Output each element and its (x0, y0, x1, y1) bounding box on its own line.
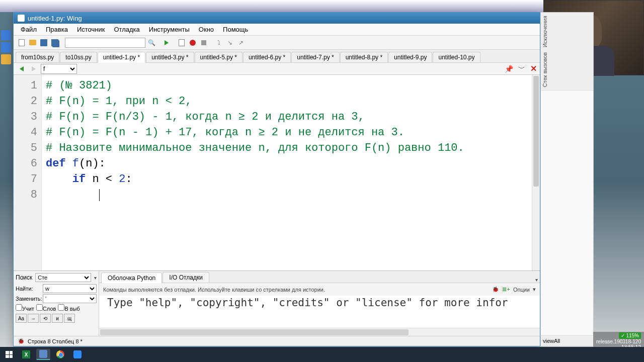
tab-untitled-6[interactable]: untitled-6.py * (243, 52, 291, 62)
shell-panel: Оболочка Python I/O Отладки ▾ Команды вы… (99, 271, 540, 336)
case-checkbox[interactable]: Учит (16, 304, 34, 312)
window-title: untitled-1.py: Wing (28, 15, 82, 22)
nav-back-button[interactable] (17, 64, 27, 74)
code-editor[interactable]: # (№ 3821) # F(n) = 1, при n < 2, # F(n)… (42, 75, 532, 270)
find-label: Найти: (16, 286, 42, 292)
back-arrow-icon[interactable] (1, 42, 11, 52)
shell-hint: Команды выполняются без отладки. Использ… (103, 287, 325, 293)
statusbar: 🐞 Строка 8 Столбец 8 * (14, 336, 540, 346)
editor-pane: 1 2 3 4 5 6 7 8 # (№ 3821) # F(n) = 1, п… (14, 75, 540, 270)
release-text: release.190318-120 (596, 339, 641, 344)
viewall-link[interactable]: viewAll (543, 338, 560, 344)
add-icon[interactable]: ≣+ (502, 286, 510, 293)
tab-untitled-8[interactable]: untitled-8.py * (340, 52, 388, 62)
bug-icon[interactable]: 🐞 (492, 286, 499, 293)
tab-from10ss[interactable]: from10ss.py (16, 52, 59, 62)
bottom-panel: Поиск Сте ▾ Найти: w Заменить: ' Учит Сл… (14, 270, 540, 336)
step-into-button[interactable]: ↘ (225, 38, 235, 48)
word-checkbox[interactable]: Слов (36, 304, 56, 312)
tab-untitled-1[interactable]: untitled-1.py * (98, 52, 145, 63)
stop-button[interactable] (199, 38, 209, 48)
menu-file[interactable]: Файл (17, 25, 41, 34)
titlebar[interactable]: untitled-1.py: Wing (14, 13, 540, 24)
search-btn-2[interactable]: → (28, 314, 39, 323)
debug-file-button[interactable] (177, 38, 187, 48)
line-number-gutter: 1 2 3 4 5 6 7 8 (14, 75, 42, 270)
tab-untitled-7[interactable]: untitled-7.py * (291, 52, 339, 62)
pin-icon[interactable]: 📌 (505, 65, 513, 73)
toolbar-search-input[interactable] (65, 38, 145, 48)
taskbar-wing[interactable] (36, 349, 50, 360)
shell-output[interactable]: Type "help", "copyright", "credits" or "… (99, 296, 540, 328)
menu-edit[interactable]: Правка (42, 25, 72, 34)
chevron-down-icon[interactable]: ▾ (533, 286, 536, 293)
taskbar-excel[interactable]: X (19, 349, 33, 360)
menu-window[interactable]: Окно (195, 25, 218, 34)
search-btn-1[interactable]: Aa (16, 314, 27, 323)
menu-help[interactable]: Помощь (219, 25, 252, 34)
search-panel: Поиск Сте ▾ Найти: w Заменить: ' Учит Сл… (14, 271, 99, 336)
menu-source[interactable]: Источник (73, 25, 109, 34)
menu-tools[interactable]: Инструменты (145, 25, 194, 34)
scrollbar-thumb[interactable] (533, 76, 539, 187)
save-all-button[interactable] (50, 38, 60, 48)
tab-untitled-3[interactable]: untitled-3.py * (146, 52, 194, 62)
replace-input[interactable]: ' (43, 294, 97, 303)
run-button[interactable] (162, 38, 172, 48)
chevron-down-icon[interactable]: ▾ (94, 275, 97, 281)
chevron-down-icon[interactable]: ▾ (535, 277, 538, 283)
vertical-scrollbar[interactable] (532, 75, 540, 270)
search-btn-4[interactable]: и (52, 314, 63, 323)
menu-debug[interactable]: Отладка (110, 25, 143, 34)
replace-label: Заменить: (16, 296, 42, 302)
desktop-icon[interactable] (1, 30, 11, 40)
tab-untitled-10[interactable]: untitled-10.py (433, 52, 480, 62)
taskbar-zoom[interactable] (70, 349, 85, 360)
find-input[interactable]: w (43, 284, 97, 293)
scope-select[interactable]: f (41, 64, 77, 74)
shell-tab-python[interactable]: Оболочка Python (101, 273, 162, 283)
open-file-button[interactable] (28, 38, 38, 48)
zoom-badge: ✓ 115% (619, 332, 641, 339)
ide-window: untitled-1.py: Wing Файл Правка Источник… (13, 12, 540, 346)
nav-forward-button[interactable] (29, 64, 39, 74)
step-over-button[interactable]: ⤵ (214, 38, 224, 48)
new-file-button[interactable] (17, 38, 27, 48)
start-button[interactable] (2, 349, 16, 360)
search-panel-title: Поиск (16, 274, 32, 281)
bug-icon: 🐞 (18, 338, 25, 344)
debug-button[interactable] (188, 38, 198, 48)
taskbar: X (0, 347, 644, 362)
options-label[interactable]: Опции (513, 287, 530, 293)
text-cursor (99, 189, 100, 201)
grid-icon[interactable] (1, 54, 11, 64)
save-button[interactable] (39, 38, 49, 48)
search-btn-3[interactable]: ⟲ (40, 314, 51, 323)
editor-tabbar: from10ss.py to10ss.py untitled-1.py * un… (14, 50, 540, 63)
selection-checkbox[interactable]: В выб (58, 304, 79, 312)
toolbar: 🔍 ⤵ ↘ ↗ (14, 36, 540, 50)
search-icon[interactable]: 🔍 (146, 38, 156, 48)
close-tab-button[interactable]: ✕ (530, 64, 537, 73)
editor-nav-row: f 📌 ﹀ ✕ (14, 63, 540, 75)
tab-untitled-9[interactable]: untitled-9.py (388, 52, 432, 62)
tab-to10ss[interactable]: to10ss.py (60, 52, 97, 62)
menubar: Файл Правка Источник Отладка Инструменты… (14, 24, 540, 36)
search-btn-5[interactable]: щ (64, 314, 75, 323)
taskbar-chrome[interactable] (53, 349, 67, 360)
right-tab-exceptions[interactable]: Исключения (542, 16, 592, 47)
horizontal-scrollbar[interactable] (99, 328, 540, 336)
search-mode-select[interactable]: Сте (35, 273, 91, 282)
desktop-shortcut-strip (0, 28, 13, 66)
shell-tab-io[interactable]: I/O Отладки (163, 272, 209, 283)
cursor-position: Строка 8 Столбец 8 * (28, 338, 83, 344)
tab-untitled-5[interactable]: untitled-5.py * (195, 52, 243, 62)
right-side-panel: Стек вызовов Исключения viewAll (540, 12, 594, 346)
step-out-button[interactable]: ↗ (236, 38, 246, 48)
app-icon (18, 15, 25, 22)
chevron-down-icon[interactable]: ﹀ (518, 64, 525, 73)
right-tab-callstack[interactable]: Стек вызовов (542, 52, 592, 87)
